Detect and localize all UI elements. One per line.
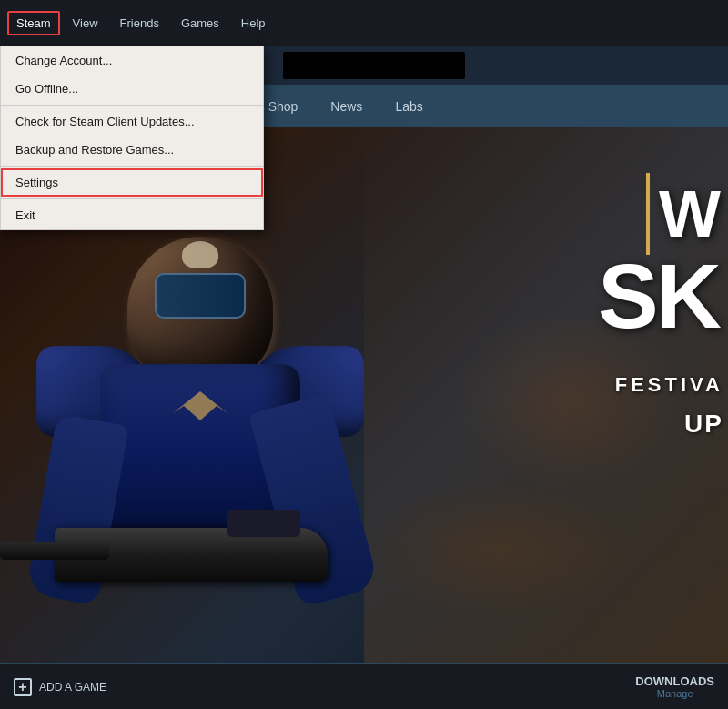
dropdown-separator-1: [1, 105, 263, 106]
hero-divider-line: [646, 173, 650, 255]
menu-help[interactable]: Help: [232, 11, 275, 35]
bottom-bar: + ADD A GAME DOWNLOADS Manage: [0, 663, 728, 709]
add-game-button[interactable]: + ADD A GAME: [14, 678, 106, 696]
hero-title-sk: SK: [598, 255, 719, 337]
steam-label: Steam: [16, 16, 51, 30]
dropdown-separator-3: [1, 198, 263, 199]
marine-visor: [155, 273, 246, 319]
hero-sub2: UP: [684, 410, 723, 439]
subnav-labs[interactable]: Labs: [379, 86, 439, 127]
dropdown-separator-2: [1, 166, 263, 167]
downloads-title: DOWNLOADS: [635, 674, 714, 688]
add-game-icon: +: [14, 678, 32, 696]
menu-view[interactable]: View: [64, 11, 107, 35]
menu-friends[interactable]: Friends: [111, 11, 168, 35]
view-label: View: [73, 16, 98, 30]
downloads-area[interactable]: DOWNLOADS Manage: [635, 674, 714, 699]
space-marine-art: [0, 200, 455, 663]
hero-title-w: W: [659, 181, 719, 247]
dropdown-change-account[interactable]: Change Account...: [1, 46, 263, 75]
dropdown-backup-restore[interactable]: Backup and Restore Games...: [1, 136, 263, 164]
weapon-barrel: [0, 542, 109, 560]
steam-dropdown-menu: Change Account... Go Offline... Check fo…: [0, 46, 264, 230]
menu-steam[interactable]: Steam: [7, 11, 60, 35]
hero-subtitle: FESTIVA: [615, 373, 723, 397]
marine-body: [36, 237, 382, 663]
downloads-manage: Manage: [635, 688, 714, 699]
games-label: Games: [181, 16, 219, 30]
dropdown-check-updates[interactable]: Check for Steam Client Updates...: [1, 107, 263, 136]
friends-label: Friends: [120, 16, 159, 30]
marine-weapon: [55, 528, 328, 582]
marine-chest-eagle: [173, 391, 228, 428]
marine-skull: [182, 241, 218, 268]
menu-games[interactable]: Games: [172, 11, 228, 35]
dropdown-go-offline[interactable]: Go Offline...: [1, 75, 263, 103]
marine-helmet: [127, 237, 273, 382]
help-label: Help: [241, 16, 266, 30]
menu-bar: Steam View Friends Games Help Change Acc…: [0, 0, 728, 46]
weapon-scope: [228, 510, 300, 537]
add-game-label: ADD A GAME: [39, 681, 106, 694]
account-area[interactable]: [283, 52, 465, 79]
subnav-news[interactable]: News: [314, 86, 379, 127]
dropdown-settings[interactable]: Settings: [1, 168, 263, 197]
dropdown-exit[interactable]: Exit: [1, 201, 263, 229]
